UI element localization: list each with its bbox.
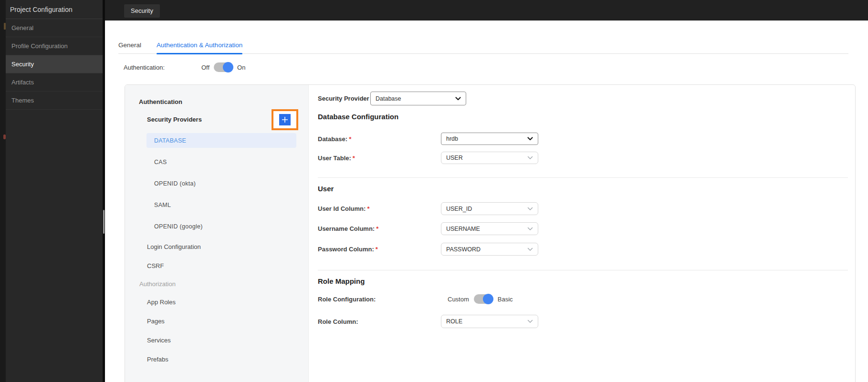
user-id-column-label: User Id Column:* <box>318 205 441 212</box>
database-row: Database:* hrdb <box>318 133 848 145</box>
security-settings-page: General Authentication & Authorization A… <box>105 21 868 382</box>
user-id-column-row: User Id Column:* USER_ID <box>318 202 848 215</box>
user-heading: User <box>318 184 848 194</box>
rail-artifact-icon <box>4 23 6 30</box>
chevron-down-icon <box>527 137 533 141</box>
tab-authentication-authorization[interactable]: Authentication & Authorization <box>157 40 242 53</box>
nav-security-providers-label: Security Providers <box>147 116 202 123</box>
sidebar-scrollbar-thumb[interactable] <box>103 210 105 234</box>
add-security-provider-button[interactable] <box>279 114 291 125</box>
sidebar-scrollbar-track <box>103 0 105 382</box>
database-select[interactable]: hrdb <box>441 133 538 145</box>
security-provider-select[interactable]: Database <box>370 92 466 105</box>
chevron-down-icon <box>455 97 461 101</box>
nav-provider-openid-google[interactable]: OPENID (google) <box>125 216 308 237</box>
toggle-basic-label: Basic <box>498 296 513 303</box>
chevron-down-icon <box>527 248 533 251</box>
user-id-column-select[interactable]: USER_ID <box>441 202 538 215</box>
nav-services[interactable]: Services <box>125 330 308 350</box>
sidebar-item-profile-configuration[interactable]: Profile Configuration <box>6 37 103 55</box>
required-asterisk: * <box>367 205 369 212</box>
database-label: Database:* <box>318 135 441 143</box>
security-provider-row: Security Provider Database <box>318 92 848 105</box>
topbar-tab-security[interactable]: Security <box>124 4 160 18</box>
authentication-settings-card: Authentication Security Providers DATABA… <box>125 84 856 382</box>
nav-prefabs[interactable]: Prefabs <box>125 350 308 369</box>
nav-header-authentication: Authentication <box>125 94 308 109</box>
sidebar-item-security[interactable]: Security <box>6 55 103 73</box>
required-asterisk: * <box>376 246 378 253</box>
rail-artifact-icon <box>3 134 6 139</box>
username-column-label: Username Column:* <box>318 225 441 232</box>
role-mapping-heading: Role Mapping <box>318 277 848 286</box>
password-column-row: Password Column:* PASSWORD <box>318 243 848 256</box>
role-configuration-toggle[interactable] <box>474 294 493 304</box>
sidebar-title: Project Configuration <box>6 0 103 19</box>
role-configuration-toggle-group: Custom Basic <box>441 294 513 304</box>
role-column-label: Role Column: <box>318 318 441 325</box>
required-asterisk: * <box>353 155 355 162</box>
chevron-down-icon <box>527 207 533 211</box>
role-configuration-row: Role Configuration: Custom Basic <box>318 294 848 304</box>
nav-csrf[interactable]: CSRF <box>125 256 308 275</box>
toggle-on-label: On <box>237 64 245 71</box>
required-asterisk: * <box>349 135 351 143</box>
authentication-toggle-row: Authentication: Off On <box>124 62 245 73</box>
sidebar-item-artifacts[interactable]: Artifacts <box>6 73 103 92</box>
toggle-thumb <box>223 62 233 72</box>
password-column-select[interactable]: PASSWORD <box>441 243 538 256</box>
required-asterisk: * <box>376 225 378 232</box>
nav-provider-openid-okta[interactable]: OPENID (okta) <box>125 173 308 194</box>
nav-pages[interactable]: Pages <box>125 311 308 330</box>
chevron-down-icon <box>527 320 533 323</box>
role-configuration-label: Role Configuration: <box>318 296 441 303</box>
topbar: Security <box>105 0 868 21</box>
toggle-thumb <box>483 294 493 304</box>
nav-app-roles[interactable]: App Roles <box>125 292 308 311</box>
project-configuration-sidebar: Project Configuration General Profile Co… <box>6 0 103 382</box>
chevron-down-icon <box>527 156 533 160</box>
password-column-label: Password Column:* <box>318 246 441 253</box>
tabs-bar: General Authentication & Authorization <box>118 40 848 54</box>
tab-general[interactable]: General <box>118 40 141 53</box>
nav-login-configuration[interactable]: Login Configuration <box>125 237 308 256</box>
provider-configuration-panel: Security Provider Database Database Conf… <box>309 85 855 382</box>
authentication-nav: Authentication Security Providers DATABA… <box>125 85 309 382</box>
nav-header-authorization: Authorization <box>125 275 308 292</box>
plus-icon <box>282 116 288 123</box>
sidebar-item-general[interactable]: General <box>6 19 103 37</box>
toggle-off-label: Off <box>201 64 209 71</box>
role-column-row: Role Column: ROLE <box>318 315 848 328</box>
nav-provider-database[interactable]: DATABASE <box>125 130 308 151</box>
left-rail <box>0 0 6 382</box>
username-column-select[interactable]: USERNAME <box>441 222 538 235</box>
user-table-row: User Table:* USER <box>318 152 848 164</box>
user-table-label: User Table:* <box>318 155 441 162</box>
nav-provider-cas[interactable]: CAS <box>125 151 308 173</box>
authentication-label: Authentication: <box>124 64 201 71</box>
nav-provider-saml[interactable]: SAML <box>125 194 308 216</box>
security-provider-label: Security Provider <box>318 95 370 102</box>
username-column-row: Username Column:* USERNAME <box>318 222 848 235</box>
user-table-select[interactable]: USER <box>441 152 538 164</box>
authentication-toggle[interactable] <box>214 62 233 72</box>
add-provider-highlight <box>272 109 298 130</box>
role-column-select[interactable]: ROLE <box>441 315 538 328</box>
chevron-down-icon <box>527 227 533 231</box>
toggle-custom-label: Custom <box>448 296 469 303</box>
nav-security-providers-row: Security Providers <box>125 109 308 130</box>
database-configuration-heading: Database Configuration <box>318 112 848 122</box>
section-divider <box>318 270 848 270</box>
section-divider <box>318 177 848 178</box>
sidebar-item-themes[interactable]: Themes <box>6 92 103 110</box>
